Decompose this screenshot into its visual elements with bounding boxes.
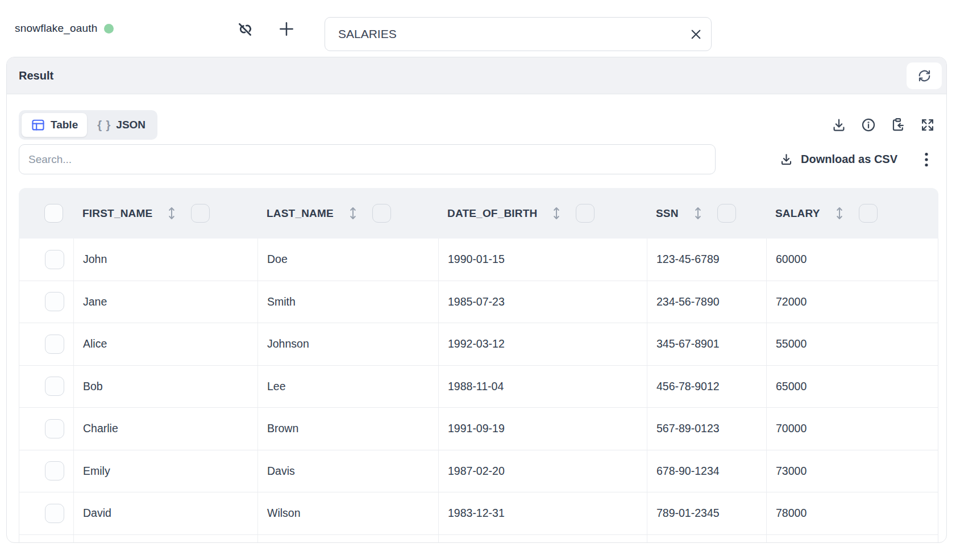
cell-ssn: 678-90-1234 [647,450,767,492]
cell-ssn: 123-45-6789 [647,239,767,281]
column-checkbox[interactable] [859,204,878,223]
disconnect-button[interactable] [234,19,256,39]
cell-date-of-birth: 1988-11-04 [439,366,647,408]
result-panel-header: Result [7,57,946,94]
cell-ssn [647,535,767,544]
table-icon [31,118,45,132]
cell-last-name [258,535,439,544]
refresh-button[interactable] [907,62,942,89]
plus-icon [276,19,297,39]
cell-first-name: Charlie [74,408,258,450]
table-row [19,535,938,544]
row-checkbox[interactable] [45,335,64,354]
cell-salary: 73000 [767,450,939,492]
connection-name: snowflake_oauth [15,22,98,35]
tab-table[interactable]: Table [22,113,87,137]
cell-salary: 65000 [767,366,939,408]
cell-last-name: Doe [258,239,439,281]
tab-json[interactable]: { } JSON [88,113,155,137]
cell-first-name: Emily [74,450,258,492]
cell-first-name [74,535,258,544]
connection-status-dot [104,24,114,34]
column-header-ssn[interactable]: SSN [647,188,766,239]
row-select-cell [19,366,74,408]
column-checkbox[interactable] [576,204,595,223]
cell-first-name: David [74,492,258,534]
row-checkbox[interactable] [45,377,64,396]
table-row: AliceJohnson1992-03-12345-67-890155000 [19,323,938,366]
connection-indicator: snowflake_oauth [15,0,114,57]
result-table: FIRST_NAME LAST_NAME DATE_OF_B [19,188,938,543]
copy-result-button[interactable] [890,116,907,133]
result-info-button[interactable] [860,116,877,133]
cell-date-of-birth: 1992-03-12 [439,323,647,365]
table-row: EmilyDavis1987-02-20678-90-123473000 [19,450,938,493]
more-options-button[interactable] [924,151,929,168]
tab-json-label: JSON [116,119,146,131]
row-select-cell [19,323,74,365]
cell-first-name: John [74,239,258,281]
refresh-icon [917,68,932,83]
select-all-cell [19,188,73,239]
expand-icon [920,117,936,133]
cell-date-of-birth [439,535,647,544]
add-query-button[interactable] [276,19,297,39]
cell-ssn: 456-78-9012 [647,366,767,408]
sort-icon[interactable] [167,206,176,221]
table-name-input[interactable] [325,27,680,41]
tab-table-label: Table [51,119,78,131]
download-csv-button[interactable]: Download as CSV [779,152,897,166]
column-checkbox[interactable] [191,204,210,223]
cell-salary: 60000 [767,239,939,281]
cell-last-name: Smith [258,281,439,323]
row-checkbox[interactable] [45,292,64,311]
cell-last-name: Johnson [258,323,439,365]
row-checkbox[interactable] [45,419,64,438]
row-checkbox[interactable] [45,504,64,523]
sort-icon[interactable] [348,206,358,221]
download-result-button[interactable] [830,116,847,133]
sort-icon[interactable] [835,206,844,221]
cell-salary: 70000 [767,408,939,450]
row-select-cell [19,492,74,534]
cell-date-of-birth: 1983-12-31 [439,492,647,534]
cell-last-name: Davis [258,450,439,492]
table-name-field [325,17,712,51]
search-input[interactable] [19,144,716,174]
sort-icon[interactable] [693,206,703,221]
cell-ssn: 789-01-2345 [647,492,767,534]
row-checkbox[interactable] [45,461,64,480]
column-header-last-name[interactable]: LAST_NAME [257,188,438,239]
cell-date-of-birth: 1990-01-15 [439,239,647,281]
cell-last-name: Lee [258,366,439,408]
sort-icon[interactable] [552,206,561,221]
cell-ssn: 234-56-7890 [647,281,767,323]
expand-result-button[interactable] [919,116,936,133]
clipboard-copy-icon [890,117,906,133]
cell-last-name: Brown [258,408,439,450]
view-switcher: Table { } JSON [19,110,157,140]
column-header-first-name[interactable]: FIRST_NAME [73,188,257,239]
cell-date-of-birth: 1991-09-19 [439,408,647,450]
row-select-cell [19,535,74,544]
result-toolbar: Table { } JSON [19,110,936,140]
download-icon [831,117,847,133]
cell-salary: 55000 [767,323,939,365]
table-row: CharlieBrown1991-09-19567-89-012370000 [19,408,938,450]
clear-input-button[interactable] [680,18,711,50]
column-checkbox[interactable] [717,204,736,223]
select-all-checkbox[interactable] [44,204,63,223]
download-csv-label: Download as CSV [801,153,897,166]
cell-ssn: 345-67-8901 [647,323,767,365]
row-checkbox[interactable] [45,250,64,269]
column-header-salary[interactable]: SALARY [766,188,938,239]
cell-first-name: Jane [74,281,258,323]
cell-salary: 72000 [767,281,939,323]
table-controls-row: Download as CSV [19,144,929,174]
download-icon [779,152,793,166]
column-checkbox[interactable] [372,204,391,223]
table-controls-right: Download as CSV [779,151,929,168]
result-panel: Result [6,57,947,543]
close-icon [688,27,704,42]
column-header-date-of-birth[interactable]: DATE_OF_BIRTH [438,188,647,239]
